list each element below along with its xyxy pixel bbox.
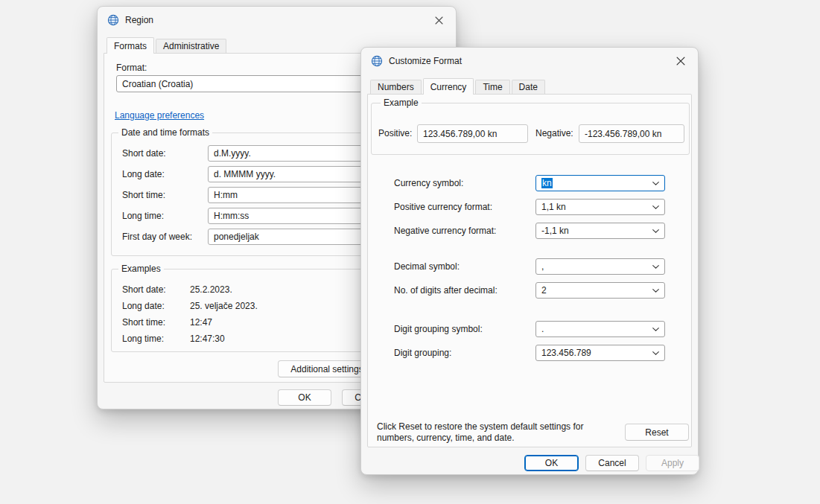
region-title: Region: [125, 15, 153, 25]
tab-currency[interactable]: Currency: [423, 78, 474, 95]
negative-label: Negative:: [535, 128, 573, 138]
customize-title: Customize Format: [389, 56, 462, 66]
format-label: Format:: [116, 63, 147, 73]
chevron-down-icon: [648, 229, 659, 233]
example-short-time-value: 12:47: [190, 317, 212, 328]
customize-apply-button[interactable]: Apply: [646, 455, 699, 471]
chevron-down-icon: [648, 182, 659, 185]
customize-cancel-button[interactable]: Cancel: [585, 455, 639, 471]
example-short-date-value: 25.2.2023.: [190, 284, 232, 295]
digit-grouping-symbol-select[interactable]: .: [535, 321, 665, 337]
short-time-label: Short time:: [122, 190, 165, 200]
example-long-time-value: 12:47:30: [190, 334, 225, 344]
short-date-label: Short date:: [122, 148, 166, 159]
customize-format-dialog: Customize Format Numbers Currency Time D…: [360, 47, 699, 475]
globe-icon: [107, 14, 119, 26]
positive-label: Positive:: [378, 128, 412, 138]
customize-close-button[interactable]: [670, 52, 692, 70]
decimal-symbol-select[interactable]: ,: [535, 258, 665, 275]
region-ok-button[interactable]: OK: [278, 389, 331, 406]
tab-formats[interactable]: Formats: [107, 37, 154, 54]
first-day-of-week-label: First day of week:: [122, 232, 192, 242]
globe-icon: [371, 55, 383, 67]
decimal-symbol-label: Decimal symbol:: [394, 261, 460, 272]
digit-grouping-value: 123.456.789: [541, 348, 591, 358]
negative-currency-format-select[interactable]: -1,1 kn: [535, 223, 665, 239]
chevron-down-icon: [648, 289, 659, 293]
positive-currency-format-select[interactable]: 1,1 kn: [535, 199, 665, 215]
example-long-date-label: Long date:: [122, 301, 165, 311]
digit-grouping-symbol-value: .: [541, 324, 544, 334]
datetime-formats-group-title: Date and time formats: [118, 127, 212, 138]
currency-symbol-select[interactable]: kn: [535, 175, 665, 191]
decimal-symbol-value: ,: [541, 261, 544, 272]
language-preferences-link[interactable]: Language preferences: [115, 110, 204, 121]
digit-grouping-label: Digit grouping:: [394, 348, 451, 358]
region-titlebar[interactable]: Region: [98, 7, 456, 34]
tab-date[interactable]: Date: [512, 80, 545, 94]
examples-group-title: Examples: [118, 264, 164, 274]
positive-currency-format-label: Positive currency format:: [394, 202, 492, 212]
currency-symbol-label: Currency symbol:: [394, 178, 463, 188]
reset-note: Click Reset to restore the system defaul…: [377, 421, 608, 444]
example-group-title: Example: [381, 98, 422, 108]
tab-numbers[interactable]: Numbers: [370, 80, 422, 94]
close-icon: [676, 57, 685, 66]
negative-currency-format-value: -1,1 kn: [541, 226, 569, 236]
example-long-date-value: 25. veljače 2023.: [190, 301, 258, 311]
example-short-time-label: Short time:: [122, 317, 165, 328]
tab-administrative[interactable]: Administrative: [156, 39, 226, 53]
example-group: Example Positive: 123.456.789,00 kn Nega…: [371, 103, 690, 155]
chevron-down-icon: [648, 205, 659, 209]
chevron-down-icon: [648, 328, 659, 331]
region-tabstrip: Formats Administrative: [107, 37, 228, 53]
chevron-down-icon: [648, 265, 659, 269]
region-close-button[interactable]: [428, 11, 450, 29]
long-time-label: Long time:: [122, 211, 164, 221]
digit-grouping-symbol-label: Digit grouping symbol:: [394, 324, 483, 334]
customize-ok-button[interactable]: OK: [524, 455, 579, 471]
digit-grouping-select[interactable]: 123.456.789: [535, 345, 665, 361]
example-short-date-label: Short date:: [122, 284, 166, 295]
customize-titlebar[interactable]: Customize Format: [361, 48, 698, 74]
tab-time[interactable]: Time: [475, 80, 509, 94]
chevron-down-icon: [648, 351, 659, 355]
digits-after-decimal-label: No. of digits after decimal:: [394, 285, 498, 296]
currency-symbol-value: kn: [541, 178, 553, 188]
close-icon: [435, 16, 443, 25]
format-select-value: Croatian (Croatia): [122, 79, 193, 89]
negative-example-field[interactable]: -123.456.789,00 kn: [579, 124, 684, 143]
example-long-time-label: Long time:: [122, 334, 164, 344]
positive-example-field[interactable]: 123.456.789,00 kn: [417, 124, 528, 143]
reset-button[interactable]: Reset: [625, 424, 689, 441]
digits-after-decimal-value: 2: [541, 285, 547, 296]
positive-currency-format-value: 1,1 kn: [541, 202, 566, 212]
digits-after-decimal-select[interactable]: 2: [535, 282, 665, 299]
customize-tabstrip: Numbers Currency Time Date: [370, 78, 547, 94]
negative-currency-format-label: Negative currency format:: [394, 226, 496, 236]
long-date-label: Long date:: [122, 169, 165, 179]
